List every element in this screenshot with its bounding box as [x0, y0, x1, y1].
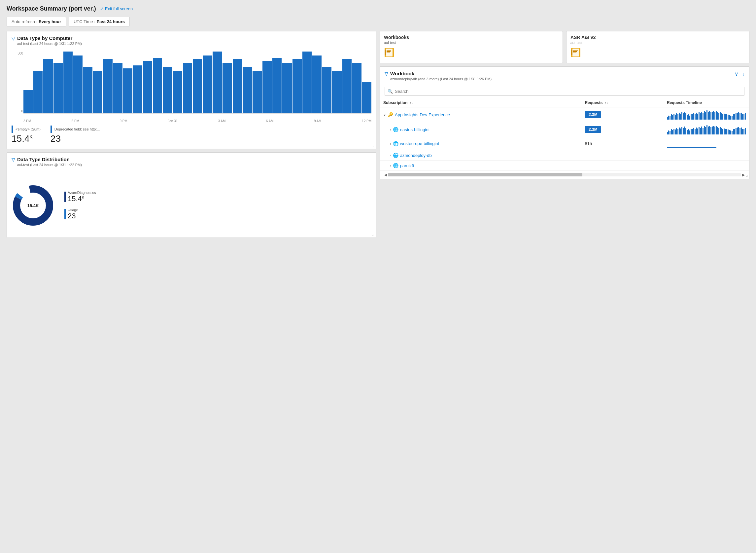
metric-empty-value: 15.4K [12, 134, 33, 144]
col-requests-timeline: Requests Timeline [664, 98, 749, 107]
spark-bar [716, 126, 717, 135]
spark-bar [677, 129, 678, 135]
spark-bar [677, 114, 678, 120]
col-requests[interactable]: Requests ↑↓ [581, 98, 664, 107]
bar [163, 67, 172, 113]
spark-bar [684, 127, 685, 135]
bar [222, 63, 232, 113]
metric-bar-empty [12, 126, 13, 133]
chevron-right-icon-4[interactable]: › [390, 163, 391, 167]
spark-bar [715, 112, 716, 120]
chevron-right-icon-3[interactable]: › [390, 153, 391, 157]
spark-bar [671, 129, 672, 135]
panel-subtitle-data-type-computer: aul-test (Last 24 hours @ 1/31 1:22 PM) [17, 42, 82, 46]
spark-bar [732, 131, 733, 135]
spark-bar [729, 130, 730, 135]
spark-bar [709, 111, 710, 120]
sort-icon-subscription[interactable]: ↑↓ [410, 101, 413, 105]
spark-bar [692, 129, 693, 135]
spark-bar [712, 112, 713, 120]
horizontal-scrollbar[interactable]: ◀ ▶ [383, 172, 746, 177]
time-value: Past 24 hours [97, 19, 125, 24]
requests-cell-0: 2.3M [581, 107, 664, 122]
spark-bar [709, 126, 710, 135]
chart-bars [23, 52, 371, 113]
resize-handle-dist[interactable]: ⌟ [371, 232, 375, 236]
subscription-cell-2: › 🌐 westeurope-billingint [380, 137, 581, 150]
sparkline-cell-4 [664, 161, 749, 171]
subscription-name-1[interactable]: eastus-billingint [400, 127, 430, 132]
scrollbar-track[interactable] [388, 173, 741, 176]
bar [213, 52, 222, 113]
time-label: UTC Time : [74, 19, 95, 24]
bar [153, 58, 162, 113]
spark-bar [683, 113, 684, 120]
subscription-cell-3: › 🌐 azmondeploy-db [380, 150, 581, 161]
spark-bar [728, 114, 729, 120]
resize-handle-chart[interactable]: ⌟ [371, 143, 375, 147]
spark-bar [680, 113, 681, 120]
subscription-name-2[interactable]: westeurope-billingint [400, 141, 440, 146]
subscription-name-3[interactable]: azmondeploy-db [400, 153, 432, 158]
download-icon[interactable]: ↓ [742, 71, 744, 77]
legend-value-usage: 23 [68, 212, 78, 220]
spark-bar [721, 113, 722, 120]
bar [332, 71, 341, 113]
chevron-right-icon-1[interactable]: › [390, 128, 391, 132]
search-input[interactable] [395, 89, 742, 94]
sparkline-cell-0 [664, 107, 749, 122]
donut-chart: 15.4K [12, 184, 55, 227]
panel-title-data-type-computer: Data Type by Computer [17, 35, 82, 41]
spark-bar [697, 113, 698, 120]
search-bar: 🔍 [385, 87, 744, 96]
workbook-icon-1[interactable] [384, 47, 394, 58]
scroll-right-icon[interactable]: ▶ [741, 173, 746, 177]
spark-bar [745, 128, 746, 135]
chart-baseline [23, 113, 371, 113]
scroll-left-icon[interactable]: ◀ [383, 173, 388, 177]
subscription-cell-1: › 🌐 eastus-billingint [380, 122, 581, 137]
spark-bar [689, 115, 690, 120]
exit-fullscreen-button[interactable]: ⤢ Exit full screen [100, 6, 133, 11]
legend-bar-usage [64, 209, 66, 219]
chevron-right-icon-2[interactable]: › [390, 142, 391, 146]
spark-bar [711, 127, 712, 135]
time-range-button[interactable]: UTC Time : Past 24 hours [69, 17, 130, 26]
spark-bar [672, 130, 673, 135]
workbook-icon-2[interactable] [570, 47, 581, 58]
spark-bar [717, 127, 718, 135]
spark-line-2 [667, 143, 717, 148]
bar [133, 65, 142, 113]
table-header-row: Subscription ↑↓ Requests ↑↓ Requests Tim… [380, 98, 749, 107]
subscription-name-0[interactable]: App Insights Dev Experience [395, 112, 450, 117]
subscription-name-4[interactable]: paruizfi [400, 163, 414, 168]
auto-refresh-value: Every hour [38, 19, 61, 24]
legend-label-azure: AzureDiagnostics [68, 190, 96, 194]
svg-rect-11 [573, 50, 578, 51]
spark-bar [715, 127, 716, 135]
spark-bar [713, 111, 714, 120]
spark-bar [667, 132, 668, 135]
table-row: › 🌐 westeurope-billingint 815 [380, 137, 749, 150]
resize-handle-workbook[interactable]: ⌟ [746, 173, 748, 177]
chevron-down-icon-0[interactable]: ∨ [383, 113, 386, 117]
bar [203, 56, 212, 113]
sort-icon-requests[interactable]: ↑↓ [605, 101, 608, 105]
spark-bar [668, 115, 669, 120]
filter-icon-workbook: ▽ [385, 71, 388, 76]
col-subscription[interactable]: Subscription ↑↓ [380, 98, 581, 107]
spark-bar [693, 128, 694, 135]
bar [292, 59, 302, 113]
bar [352, 63, 362, 113]
spark-bar [708, 112, 709, 120]
requests-cell-1: 2.3M [581, 122, 664, 137]
requests-badge-0: 2.3M [585, 111, 601, 118]
distribution-content: 15.4K AzureDiagnostics 15.4K [7, 171, 376, 238]
auto-refresh-button[interactable]: Auto refresh : Every hour [7, 17, 66, 26]
bar [54, 63, 63, 113]
spark-bar [728, 130, 729, 135]
expand-icon[interactable]: ∨ [735, 71, 739, 77]
spark-bar [720, 127, 721, 135]
scrollbar-thumb[interactable] [388, 173, 582, 176]
spark-bar [741, 113, 742, 120]
